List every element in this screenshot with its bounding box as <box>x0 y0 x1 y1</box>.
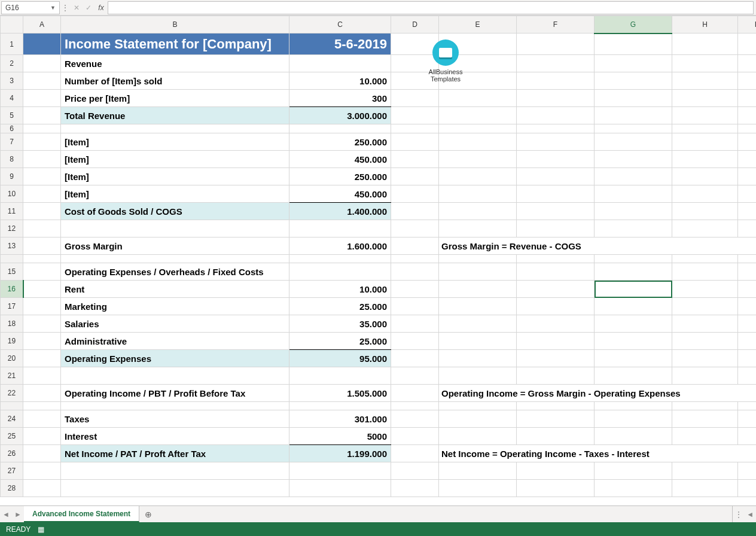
row-header-10[interactable]: 10 <box>1 185 23 203</box>
cell-B2: Revenue <box>61 55 289 72</box>
row-header-4[interactable]: 4 <box>1 90 23 107</box>
add-sheet-button[interactable]: ⊕ <box>139 506 157 522</box>
tab-nav-next-icon[interactable]: ► <box>12 506 24 522</box>
row-header-14[interactable] <box>1 255 23 263</box>
row-13[interactable]: 13 Gross Margin 1.600.000 Gross Margin =… <box>1 237 757 255</box>
formula-input[interactable] <box>108 1 754 14</box>
fx-icon[interactable]: fx <box>94 4 108 12</box>
cell-B4: Price per [Item] <box>61 90 289 106</box>
row-20[interactable]: 20 Operating Expenses 95.000 <box>1 350 757 367</box>
cell-C18: 35.000 <box>289 315 391 332</box>
row-12[interactable]: 12 <box>1 220 757 237</box>
row-7[interactable]: 7 [Item] 250.000 <box>1 133 757 151</box>
row-header-15[interactable]: 15 <box>1 263 23 281</box>
row-header-13[interactable]: 13 <box>1 237 23 255</box>
row-header-7[interactable]: 7 <box>1 133 23 151</box>
note-net-income: Net Income = Operating Income - Taxes - … <box>439 449 756 459</box>
cell-B10: [Item] <box>61 185 289 202</box>
row-15[interactable]: 15 Operating Expenses / Overheads / Fixe… <box>1 263 757 281</box>
tab-nav-prev-icon[interactable]: ◄ <box>0 506 12 522</box>
row-9[interactable]: 9 [Item] 250.000 <box>1 168 757 185</box>
row-23[interactable] <box>1 402 757 410</box>
row-header-19[interactable]: 19 <box>1 333 23 350</box>
row-8[interactable]: 8 [Item] 450.000 <box>1 151 757 168</box>
cell-B17: Marketing <box>61 298 289 315</box>
row-26[interactable]: 26 Net Income / PAT / Proft After Tax 1.… <box>1 445 757 462</box>
cell-C24: 301.000 <box>289 410 391 427</box>
col-header-E[interactable]: E <box>439 16 517 34</box>
col-header-D[interactable]: D <box>391 16 439 34</box>
row-3[interactable]: 3 Number of [Item]s sold 10.000 <box>1 72 757 90</box>
row-22[interactable]: 22 Operating Income / PBT / Profit Befor… <box>1 385 757 402</box>
row-header-6[interactable]: 6 <box>1 124 23 133</box>
row-21[interactable]: 21 <box>1 367 757 385</box>
sheet-tab-strip: ◄ ► Advanced Income Statement ⊕ ⋮ ◄ <box>0 505 756 522</box>
row-17[interactable]: 17 Marketing 25.000 <box>1 298 757 315</box>
row-2[interactable]: 2 Revenue <box>1 55 757 72</box>
row-27[interactable]: 27 <box>1 462 757 480</box>
row-10[interactable]: 10 [Item] 450.000 <box>1 185 757 203</box>
cell-C9: 250.000 <box>289 168 391 185</box>
row-25[interactable]: 25 Interest 5000 <box>1 428 757 445</box>
row-header-20[interactable]: 20 <box>1 350 23 367</box>
col-header-G[interactable]: G <box>595 16 672 34</box>
row-header-8[interactable]: 8 <box>1 151 23 168</box>
col-header-C[interactable]: C <box>289 16 391 34</box>
row-header-11[interactable]: 11 <box>1 203 23 220</box>
cell-C3: 10.000 <box>289 72 391 89</box>
row-24[interactable]: 24 Taxes 301.000 <box>1 410 757 428</box>
row-header-16[interactable]: 16 <box>1 281 23 298</box>
scroll-handle-icon[interactable]: ◄ <box>746 510 754 519</box>
row-header-3[interactable]: 3 <box>1 72 23 90</box>
row-4[interactable]: 4 Price per [Item] 300 <box>1 90 757 107</box>
cell-B5: Total Revenue <box>61 107 289 124</box>
cell-C22: 1.505.000 <box>289 385 391 401</box>
horizontal-scroll-area[interactable]: ⋮ ◄ <box>732 506 756 522</box>
row-6[interactable]: 6 <box>1 124 757 133</box>
sheet-tab-active[interactable]: Advanced Income Statement <box>24 506 139 522</box>
row-header-28[interactable]: 28 <box>1 480 23 497</box>
name-box[interactable]: G16 ▼ <box>1 1 60 14</box>
col-header-A[interactable]: A <box>23 16 61 34</box>
row-header-25[interactable]: 25 <box>1 428 23 445</box>
row-header-27[interactable]: 27 <box>1 462 23 480</box>
row-header-9[interactable]: 9 <box>1 168 23 185</box>
row-header-17[interactable]: 17 <box>1 298 23 315</box>
row-header-18[interactable]: 18 <box>1 315 23 333</box>
row-18[interactable]: 18 Salaries 35.000 <box>1 315 757 333</box>
row-header-12[interactable]: 12 <box>1 220 23 237</box>
row-header-22[interactable]: 22 <box>1 385 23 402</box>
cell-C19: 25.000 <box>289 333 391 349</box>
col-header-I[interactable]: I <box>738 16 757 34</box>
row-header-1[interactable]: 1 <box>1 34 23 55</box>
select-all-corner[interactable] <box>1 16 23 34</box>
cell-C20: 95.000 <box>289 350 391 367</box>
column-headers[interactable]: A B C D E F G H I <box>1 16 757 34</box>
row-1[interactable]: 1 Income Statement for [Company] 5-6-201… <box>1 34 757 55</box>
row-11[interactable]: 11 Cost of Goods Sold / COGS 1.400.000 <box>1 203 757 220</box>
cell-C11: 1.400.000 <box>289 203 391 220</box>
row-header-26[interactable]: 26 <box>1 445 23 462</box>
cancel-formula-icon: ✕ <box>71 4 83 12</box>
col-header-B[interactable]: B <box>61 16 289 34</box>
row-16[interactable]: 16 Rent 10.000 <box>1 281 757 298</box>
row-header-23[interactable] <box>1 402 23 410</box>
col-header-F[interactable]: F <box>517 16 595 34</box>
row-header-21[interactable]: 21 <box>1 367 23 385</box>
sheet-tab-label: Advanced Income Statement <box>32 510 130 518</box>
row-header-24[interactable]: 24 <box>1 410 23 428</box>
row-19[interactable]: 19 Administrative 25.000 <box>1 333 757 350</box>
row-14[interactable] <box>1 255 757 263</box>
cell-B26: Net Income / PAT / Proft After Tax <box>61 445 289 462</box>
macro-record-icon[interactable]: ▦ <box>38 525 44 534</box>
col-header-H[interactable]: H <box>672 16 738 34</box>
spreadsheet-grid[interactable]: A B C D E F G H I 1 Income Statement for… <box>0 16 756 497</box>
name-box-dropdown-icon[interactable]: ▼ <box>50 5 56 11</box>
row-5[interactable]: 5 Total Revenue 3.000.000 <box>1 107 757 124</box>
row-header-2[interactable]: 2 <box>1 55 23 72</box>
row-28[interactable]: 28 <box>1 480 757 497</box>
title-label: Income Statement for [Company] <box>61 34 289 54</box>
scroll-left-icon[interactable]: ⋮ <box>735 510 742 519</box>
row-header-5[interactable]: 5 <box>1 107 23 124</box>
selected-cell-G16[interactable] <box>595 281 672 298</box>
